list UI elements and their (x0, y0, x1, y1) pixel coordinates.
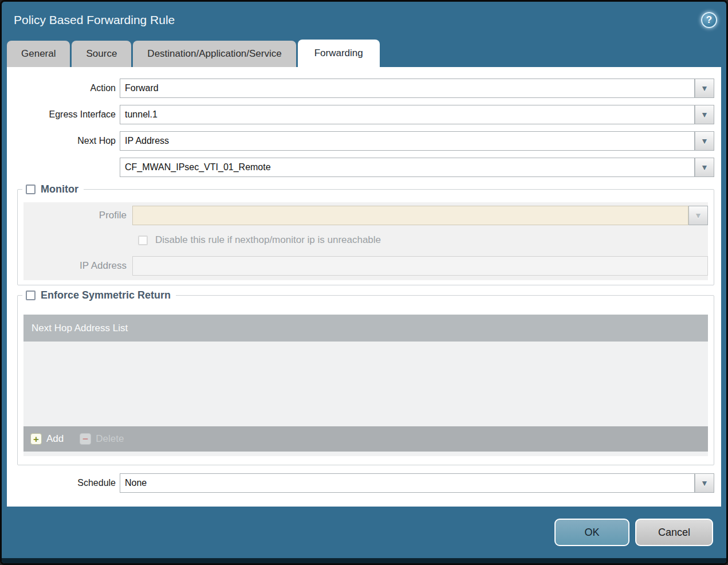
next-hop-type-input[interactable] (120, 131, 695, 151)
action-combo: ▼ (120, 79, 714, 98)
monitor-legend: Monitor (22, 182, 84, 197)
disable-rule-label: Disable this rule if nexthop/monitor ip … (155, 234, 381, 246)
dialog-footer: OK Cancel (2, 507, 726, 558)
next-hop-address-row: ▼ (7, 158, 721, 177)
tab-source[interactable]: Source (72, 41, 131, 67)
egress-interface-row: Egress Interface ▼ (7, 105, 721, 124)
enforce-symmetric-return-checkbox[interactable] (26, 291, 36, 300)
disable-rule-checkbox (138, 236, 148, 245)
enforce-symmetric-return-legend: Enforce Symmetric Return (22, 288, 176, 303)
chevron-down-icon: ▼ (701, 137, 709, 145)
window-bottom-edge (2, 558, 726, 563)
egress-interface-label: Egress Interface (7, 109, 120, 120)
add-button[interactable]: + Add (30, 433, 64, 445)
action-input[interactable] (120, 79, 695, 98)
next-hop-address-list-header: Next Hop Address List (23, 315, 708, 342)
egress-interface-input[interactable] (120, 105, 695, 124)
monitor-section-body: Profile ▼ Disable this rule if nexthop/m… (23, 202, 708, 280)
egress-interface-dropdown-button[interactable]: ▼ (695, 105, 714, 124)
next-hop-address-list-table: Next Hop Address List + Add − Delete (23, 315, 708, 456)
action-row: Action ▼ (7, 79, 721, 98)
add-button-label: Add (46, 433, 64, 445)
help-icon[interactable]: ? (701, 12, 717, 28)
enforce-symmetric-return-section: Enforce Symmetric Return Next Hop Addres… (17, 295, 714, 465)
disable-rule-row: Disable this rule if nexthop/monitor ip … (138, 234, 708, 246)
chevron-down-icon: ▼ (694, 211, 702, 219)
monitor-section: Monitor Profile ▼ Disable this rule if n… (17, 189, 714, 285)
monitor-section-title: Monitor (41, 183, 78, 195)
dialog-title: Policy Based Forwarding Rule (14, 13, 175, 27)
delete-button: − Delete (80, 433, 124, 445)
schedule-label: Schedule (7, 478, 120, 488)
chevron-down-icon: ▼ (701, 163, 709, 171)
monitor-ip-address-input (132, 256, 708, 276)
enforce-symmetric-return-title: Enforce Symmetric Return (41, 289, 171, 301)
table-bottom-strip (23, 452, 708, 456)
profile-input (132, 206, 688, 225)
schedule-dropdown-button[interactable]: ▼ (695, 473, 714, 493)
cancel-button[interactable]: Cancel (635, 519, 713, 546)
profile-combo: ▼ (132, 206, 708, 225)
action-label: Action (7, 83, 120, 93)
ok-button[interactable]: OK (554, 519, 629, 546)
monitor-checkbox[interactable] (26, 185, 36, 194)
monitor-ip-address-row: IP Address (23, 256, 708, 276)
next-hop-address-combo: ▼ (120, 158, 714, 177)
next-hop-address-list-body (23, 342, 708, 426)
next-hop-combo: ▼ (120, 131, 714, 151)
next-hop-address-dropdown-button[interactable]: ▼ (695, 158, 714, 177)
schedule-row: Schedule ▼ (7, 473, 721, 493)
schedule-input[interactable] (120, 473, 695, 493)
schedule-combo: ▼ (120, 473, 714, 493)
action-dropdown-button[interactable]: ▼ (695, 79, 714, 98)
dialog-titlebar: Policy Based Forwarding Rule ? (2, 2, 726, 38)
monitor-ip-address-label: IP Address (23, 260, 132, 272)
chevron-down-icon: ▼ (701, 111, 709, 119)
next-hop-dropdown-button[interactable]: ▼ (695, 131, 714, 151)
minus-icon: − (80, 433, 91, 445)
tab-bar: General Source Destination/Application/S… (2, 38, 726, 67)
forwarding-tab-panel: Action ▼ Egress Interface ▼ Next Hop (7, 67, 721, 507)
profile-label: Profile (23, 210, 132, 221)
tab-general[interactable]: General (7, 41, 70, 67)
next-hop-address-input[interactable] (120, 158, 695, 177)
delete-button-label: Delete (96, 433, 124, 445)
chevron-down-icon: ▼ (701, 479, 709, 487)
chevron-down-icon: ▼ (701, 84, 709, 92)
next-hop-row: Next Hop ▼ (7, 131, 721, 151)
plus-icon: + (30, 433, 42, 445)
policy-based-forwarding-dialog: Policy Based Forwarding Rule ? General S… (0, 0, 728, 565)
next-hop-label: Next Hop (7, 136, 120, 146)
tab-destination-application-service[interactable]: Destination/Application/Service (133, 41, 296, 67)
tab-forwarding[interactable]: Forwarding (298, 40, 380, 67)
profile-dropdown-button: ▼ (688, 206, 708, 225)
profile-row: Profile ▼ (23, 206, 708, 225)
egress-interface-combo: ▼ (120, 105, 714, 124)
next-hop-address-list-toolbar: + Add − Delete (23, 426, 708, 452)
